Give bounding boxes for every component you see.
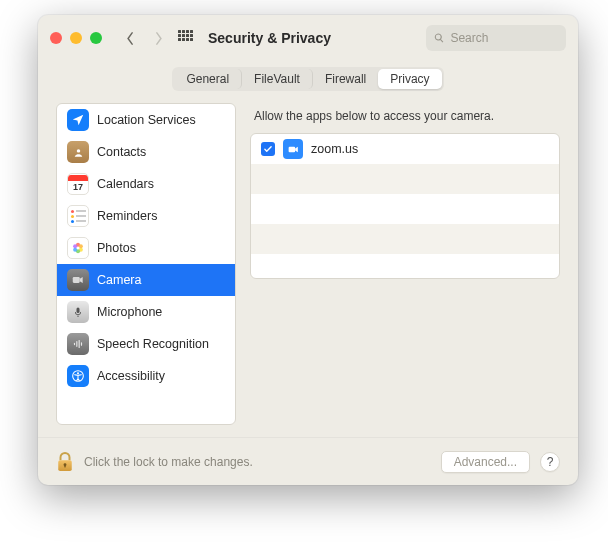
advanced-button[interactable]: Advanced... [441,451,530,473]
photos-icon [67,237,89,259]
sidebar-item-speech-recognition[interactable]: Speech Recognition [57,328,235,360]
svg-rect-8 [77,308,80,314]
lock-icon[interactable] [56,451,74,473]
tab-general[interactable]: General [174,69,242,89]
calendar-icon: 17 [67,173,89,195]
tab-privacy[interactable]: Privacy [378,69,441,89]
sidebar-item-label: Photos [97,241,136,255]
tab-filevault[interactable]: FileVault [242,69,313,89]
app-row-empty [251,194,559,224]
app-name-label: zoom.us [311,142,358,156]
window-controls [50,32,102,44]
tab-firewall[interactable]: Firewall [313,69,378,89]
app-row-empty [251,164,559,194]
sidebar-item-label: Accessibility [97,369,165,383]
svg-rect-15 [288,146,295,151]
zoom-window-button[interactable] [90,32,102,44]
svg-rect-11 [79,340,80,348]
microphone-icon [67,301,89,323]
svg-point-14 [77,372,79,374]
app-checkbox[interactable] [261,142,275,156]
privacy-sidebar: Location Services Contacts 17 Calendars [56,103,236,425]
zoom-icon [283,139,303,159]
permission-prompt: Allow the apps below to access your came… [250,103,560,133]
preferences-window: Security & Privacy General FileVault Fir… [38,15,578,485]
speech-icon [67,333,89,355]
sidebar-item-microphone[interactable]: Microphone [57,296,235,328]
check-icon [263,144,273,154]
minimize-window-button[interactable] [70,32,82,44]
sidebar-item-calendars[interactable]: 17 Calendars [57,168,235,200]
reminders-icon [67,205,89,227]
svg-rect-12 [81,342,82,346]
svg-rect-9 [74,343,75,345]
svg-rect-10 [76,341,77,347]
sidebar-item-photos[interactable]: Photos [57,232,235,264]
sidebar-item-label: Microphone [97,305,162,319]
tab-bar: General FileVault Firewall Privacy [38,67,578,91]
contacts-icon [67,141,89,163]
sidebar-item-label: Location Services [97,113,196,127]
app-list: zoom.us [250,133,560,279]
svg-rect-18 [64,464,65,467]
forward-button[interactable] [148,28,168,48]
search-icon [434,32,444,44]
sidebar-item-contacts[interactable]: Contacts [57,136,235,168]
sidebar-item-camera[interactable]: Camera [57,264,235,296]
sidebar-item-label: Contacts [97,145,146,159]
lock-hint-label: Click the lock to make changes. [84,455,253,469]
titlebar: Security & Privacy [38,15,578,61]
main-pane: Allow the apps below to access your came… [250,103,560,425]
sidebar-item-label: Camera [97,273,141,287]
search-input[interactable] [450,31,558,45]
sidebar-item-label: Reminders [97,209,157,223]
show-all-icon[interactable] [178,30,194,46]
accessibility-icon [67,365,89,387]
sidebar-item-location-services[interactable]: Location Services [57,104,235,136]
sidebar-item-accessibility[interactable]: Accessibility [57,360,235,392]
close-window-button[interactable] [50,32,62,44]
sidebar-item-label: Calendars [97,177,154,191]
window-title: Security & Privacy [208,30,331,46]
location-icon [67,109,89,131]
svg-rect-7 [73,277,80,283]
svg-point-0 [76,149,79,152]
app-row: zoom.us [251,134,559,164]
camera-icon [67,269,89,291]
search-field[interactable] [426,25,566,51]
back-button[interactable] [120,28,140,48]
svg-point-6 [73,244,77,248]
content-area: Location Services Contacts 17 Calendars [38,103,578,437]
app-row-empty [251,224,559,254]
sidebar-item-label: Speech Recognition [97,337,209,351]
sidebar-item-reminders[interactable]: Reminders [57,200,235,232]
help-button[interactable]: ? [540,452,560,472]
app-row-empty [251,254,559,279]
footer: Click the lock to make changes. Advanced… [38,437,578,485]
